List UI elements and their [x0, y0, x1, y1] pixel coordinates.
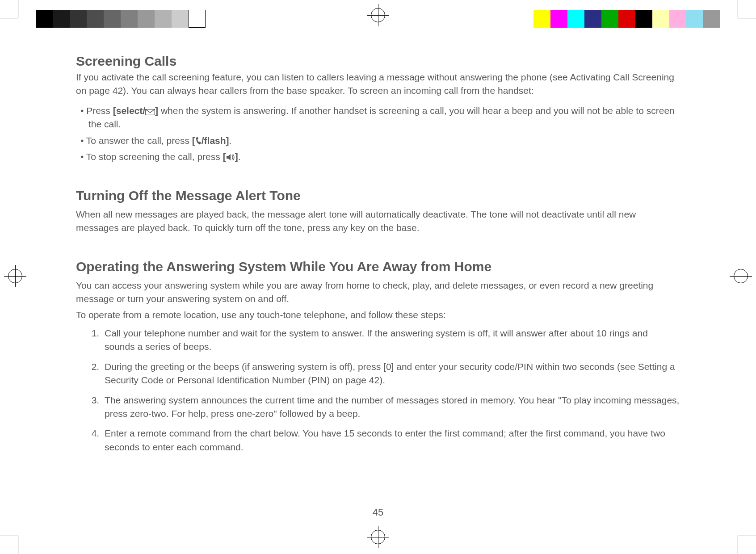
alert-tone-body: When all new messages are played back, t… [76, 208, 680, 235]
remote-intro-1: You can access your answering system whi… [76, 279, 680, 306]
text: To answer the call, press [86, 135, 192, 146]
list-item: Enter a remote command from the chart be… [102, 427, 680, 454]
remote-steps: Call your telephone number and wait for … [76, 327, 680, 454]
list-item: To answer the call, press [/flash]. [88, 134, 680, 147]
text: . [229, 135, 232, 146]
page-number: 45 [373, 507, 383, 518]
list-item: The answering system announces the curre… [102, 394, 680, 421]
svg-rect-1 [227, 156, 228, 159]
list-item: To stop screening the call, press []. [88, 150, 680, 164]
end-button-label: [] [223, 151, 238, 162]
remote-intro-2: To operate from a remote location, use a… [76, 308, 680, 322]
screening-intro: If you activate the call screening featu… [76, 71, 680, 98]
text: when the system is answering. If another… [88, 105, 675, 129]
crop-mark [738, 536, 756, 554]
list-item: During the greeting or the beeps (if ans… [102, 360, 680, 387]
grayscale-calibration-bar [36, 10, 206, 28]
crop-mark [0, 0, 18, 18]
heading-screening-calls: Screening Calls [76, 54, 680, 69]
screening-bullets: Press [select/] when the system is answe… [76, 104, 680, 164]
registration-mark [371, 8, 385, 24]
registration-mark [371, 530, 385, 546]
registration-mark [8, 269, 22, 285]
flash-button-label: [/flash] [192, 135, 229, 146]
heading-remote-operation: Operating the Answering System While You… [76, 259, 680, 274]
page-content: Screening Calls If you activate the call… [76, 54, 680, 460]
select-button-label: [select/] [113, 105, 158, 116]
text: . [238, 151, 241, 162]
list-item: Press [select/] when the system is answe… [88, 104, 680, 131]
talk-icon [195, 136, 202, 145]
text: To stop screening the call, press [86, 151, 223, 162]
end-speaker-icon [226, 153, 235, 161]
heading-alert-tone: Turning Off the Message Alert Tone [76, 188, 680, 203]
registration-mark [734, 269, 748, 285]
crop-mark [0, 536, 18, 554]
envelope-icon [145, 109, 155, 115]
text: Press [86, 105, 113, 116]
color-calibration-bar [533, 10, 720, 28]
list-item: Call your telephone number and wait for … [102, 327, 680, 354]
crop-mark [738, 0, 756, 18]
